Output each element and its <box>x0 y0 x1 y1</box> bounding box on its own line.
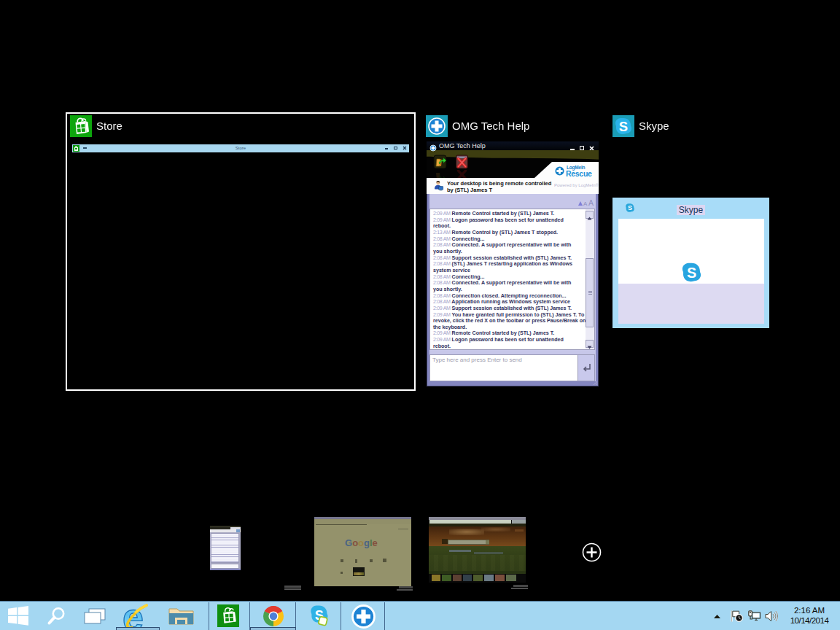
svg-text:A: A <box>588 198 594 207</box>
svg-text:A: A <box>583 201 588 207</box>
svg-text:S: S <box>687 265 696 281</box>
svg-text:e: e <box>122 596 144 630</box>
svg-text:S: S <box>619 119 628 134</box>
